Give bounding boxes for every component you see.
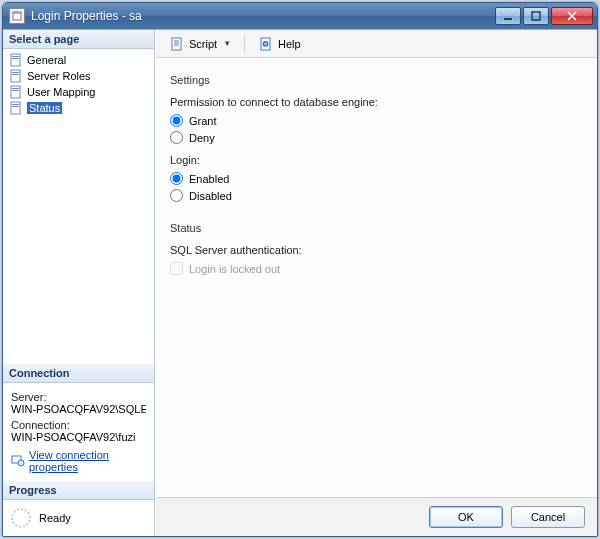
page-icon: [9, 101, 23, 115]
chevron-down-icon: ▼: [223, 39, 231, 48]
nav-label: Server Roles: [27, 70, 91, 82]
select-page-header: Select a page: [3, 30, 154, 49]
toolbar: Script ▼ ? Help: [156, 30, 597, 58]
login-disabled-row[interactable]: Disabled: [170, 189, 583, 202]
locked-out-checkbox: [170, 262, 183, 275]
permission-deny-label: Deny: [189, 132, 215, 144]
page-icon: [9, 69, 23, 83]
script-label: Script: [189, 38, 217, 50]
view-connection-properties-label: View connection properties: [29, 449, 146, 473]
locked-out-row: Login is locked out: [170, 262, 583, 275]
window-title: Login Properties - sa: [31, 9, 495, 23]
connection-label: Connection:: [11, 419, 146, 431]
login-disabled-label: Disabled: [189, 190, 232, 202]
ok-button[interactable]: OK: [429, 506, 503, 528]
svg-point-19: [18, 460, 24, 466]
titlebar[interactable]: Login Properties - sa: [3, 3, 597, 29]
nav-label: User Mapping: [27, 86, 95, 98]
left-panel: Select a page General Server Roles User …: [3, 30, 155, 536]
connection-icon: [11, 453, 25, 469]
svg-rect-1: [13, 12, 21, 14]
svg-rect-7: [12, 56, 19, 57]
permission-grant-row[interactable]: Grant: [170, 114, 583, 127]
svg-rect-13: [12, 88, 19, 89]
dialog-buttons: OK Cancel: [156, 497, 597, 536]
svg-rect-9: [11, 70, 20, 82]
svg-rect-2: [504, 18, 512, 20]
connection-value: WIN-PSOACQFAV92\fuzi: [11, 431, 146, 443]
page-icon: [9, 53, 23, 67]
app-icon: [9, 8, 25, 24]
progress-header: Progress: [3, 481, 154, 500]
help-label: Help: [278, 38, 301, 50]
right-panel: Script ▼ ? Help Settings Permission to c…: [155, 30, 597, 536]
page-nav: General Server Roles User Mapping Status: [3, 49, 154, 119]
page-icon: [9, 85, 23, 99]
permission-label: Permission to connect to database engine…: [170, 96, 583, 108]
svg-rect-14: [12, 90, 19, 91]
svg-rect-10: [12, 72, 19, 73]
svg-rect-11: [12, 74, 19, 75]
nav-label: Status: [27, 102, 62, 114]
login-properties-window: Login Properties - sa Select a page Gene…: [2, 2, 598, 537]
svg-rect-20: [172, 38, 181, 50]
progress-text: Ready: [39, 512, 71, 524]
nav-item-status[interactable]: Status: [5, 100, 152, 116]
cancel-button[interactable]: Cancel: [511, 506, 585, 528]
maximize-button[interactable]: [523, 7, 549, 25]
script-icon: [169, 36, 185, 52]
settings-title: Settings: [170, 74, 583, 86]
svg-rect-15: [11, 102, 20, 114]
close-button[interactable]: [551, 7, 593, 25]
view-connection-properties-link[interactable]: View connection properties: [11, 449, 146, 473]
svg-rect-17: [12, 106, 19, 107]
svg-rect-6: [11, 54, 20, 66]
permission-deny-row[interactable]: Deny: [170, 131, 583, 144]
help-button[interactable]: ? Help: [253, 33, 306, 55]
locked-out-label: Login is locked out: [189, 263, 280, 275]
svg-rect-12: [11, 86, 20, 98]
sql-auth-label: SQL Server authentication:: [170, 244, 583, 256]
content-area: Settings Permission to connect to databa…: [156, 58, 597, 497]
nav-item-user-mapping[interactable]: User Mapping: [5, 84, 152, 100]
login-label: Login:: [170, 154, 583, 166]
login-disabled-radio[interactable]: [170, 189, 183, 202]
status-title: Status: [170, 222, 583, 234]
svg-rect-3: [532, 12, 540, 20]
login-enabled-label: Enabled: [189, 173, 229, 185]
nav-item-server-roles[interactable]: Server Roles: [5, 68, 152, 84]
permission-deny-radio[interactable]: [170, 131, 183, 144]
progress-spinner-icon: [11, 508, 31, 528]
svg-rect-16: [12, 104, 19, 105]
permission-grant-label: Grant: [189, 115, 217, 127]
nav-label: General: [27, 54, 66, 66]
login-enabled-row[interactable]: Enabled: [170, 172, 583, 185]
svg-rect-8: [12, 58, 19, 59]
minimize-button[interactable]: [495, 7, 521, 25]
permission-grant-radio[interactable]: [170, 114, 183, 127]
toolbar-divider: [244, 35, 245, 53]
server-value: WIN-PSOACQFAV92\SQLEXPRESS: [11, 403, 146, 415]
help-icon: ?: [258, 36, 274, 52]
nav-item-general[interactable]: General: [5, 52, 152, 68]
script-button[interactable]: Script ▼: [164, 33, 236, 55]
connection-header: Connection: [3, 364, 154, 383]
server-label: Server:: [11, 391, 146, 403]
login-enabled-radio[interactable]: [170, 172, 183, 185]
